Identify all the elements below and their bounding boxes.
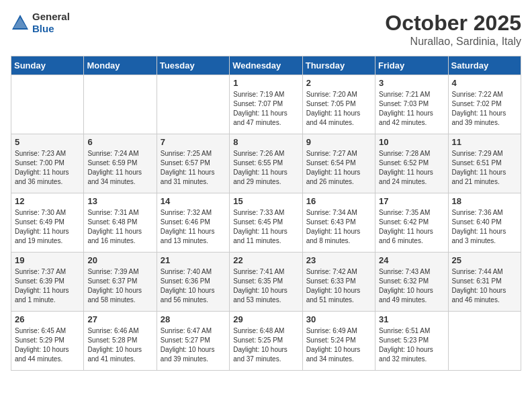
day-number: 13 <box>87 196 152 206</box>
title-section: October 2025 Nurallao, Sardinia, Italy <box>385 11 521 48</box>
calendar-week-row: 5Sunrise: 7:23 AM Sunset: 7:00 PM Daylig… <box>11 134 521 193</box>
day-info: Sunrise: 6:48 AM Sunset: 5:25 PM Dayligh… <box>233 326 298 364</box>
day-number: 26 <box>15 314 80 324</box>
calendar-day-15: 15Sunrise: 7:33 AM Sunset: 6:45 PM Dayli… <box>230 193 302 253</box>
day-number: 25 <box>452 255 517 265</box>
calendar-day-22: 22Sunrise: 7:41 AM Sunset: 6:35 PM Dayli… <box>230 253 302 312</box>
calendar-day-16: 16Sunrise: 7:34 AM Sunset: 6:43 PM Dayli… <box>302 193 375 253</box>
calendar-empty-cell <box>448 312 521 371</box>
calendar-day-11: 11Sunrise: 7:29 AM Sunset: 6:51 PM Dayli… <box>448 134 521 193</box>
calendar-day-18: 18Sunrise: 7:36 AM Sunset: 6:40 PM Dayli… <box>448 193 521 253</box>
day-info: Sunrise: 7:21 AM Sunset: 7:03 PM Dayligh… <box>379 90 444 128</box>
day-info: Sunrise: 7:19 AM Sunset: 7:07 PM Dayligh… <box>233 90 298 128</box>
weekday-header-tuesday: Tuesday <box>157 56 229 75</box>
calendar-empty-cell <box>84 75 157 134</box>
day-info: Sunrise: 7:24 AM Sunset: 6:59 PM Dayligh… <box>87 149 152 187</box>
day-info: Sunrise: 7:23 AM Sunset: 7:00 PM Dayligh… <box>15 149 80 187</box>
day-number: 16 <box>306 196 371 206</box>
calendar-day-31: 31Sunrise: 6:51 AM Sunset: 5:23 PM Dayli… <box>375 312 448 371</box>
location-title: Nurallao, Sardinia, Italy <box>385 36 521 48</box>
calendar-day-9: 9Sunrise: 7:27 AM Sunset: 6:54 PM Daylig… <box>302 134 375 193</box>
calendar-day-14: 14Sunrise: 7:32 AM Sunset: 6:46 PM Dayli… <box>157 193 229 253</box>
day-info: Sunrise: 7:20 AM Sunset: 7:05 PM Dayligh… <box>306 90 371 128</box>
day-number: 9 <box>306 137 371 147</box>
day-number: 10 <box>379 137 444 147</box>
calendar-day-26: 26Sunrise: 6:45 AM Sunset: 5:29 PM Dayli… <box>11 312 84 371</box>
day-number: 2 <box>306 78 371 88</box>
day-info: Sunrise: 7:25 AM Sunset: 6:57 PM Dayligh… <box>161 149 226 187</box>
logo-general-text: General <box>32 11 70 23</box>
day-number: 24 <box>379 255 444 265</box>
calendar-day-29: 29Sunrise: 6:48 AM Sunset: 5:25 PM Dayli… <box>230 312 302 371</box>
day-number: 29 <box>233 314 298 324</box>
calendar-day-19: 19Sunrise: 7:37 AM Sunset: 6:39 PM Dayli… <box>11 253 84 312</box>
page-header: General Blue October 2025 Nurallao, Sard… <box>11 11 521 48</box>
day-info: Sunrise: 7:41 AM Sunset: 6:35 PM Dayligh… <box>233 267 298 305</box>
day-number: 14 <box>161 196 226 206</box>
calendar-day-10: 10Sunrise: 7:28 AM Sunset: 6:52 PM Dayli… <box>375 134 448 193</box>
day-info: Sunrise: 7:27 AM Sunset: 6:54 PM Dayligh… <box>306 149 371 187</box>
day-number: 11 <box>452 137 517 147</box>
day-info: Sunrise: 7:40 AM Sunset: 6:36 PM Dayligh… <box>161 267 226 305</box>
calendar-empty-cell <box>157 75 229 134</box>
day-number: 18 <box>452 196 517 206</box>
day-info: Sunrise: 7:37 AM Sunset: 6:39 PM Dayligh… <box>15 267 80 305</box>
day-info: Sunrise: 7:29 AM Sunset: 6:51 PM Dayligh… <box>452 149 517 187</box>
svg-marker-1 <box>13 17 27 28</box>
calendar-day-4: 4Sunrise: 7:22 AM Sunset: 7:02 PM Daylig… <box>448 75 521 134</box>
day-number: 28 <box>161 314 226 324</box>
day-info: Sunrise: 7:34 AM Sunset: 6:43 PM Dayligh… <box>306 208 371 246</box>
day-number: 20 <box>87 255 152 265</box>
logo-text: General Blue <box>32 11 70 35</box>
day-number: 4 <box>452 78 517 88</box>
calendar-day-21: 21Sunrise: 7:40 AM Sunset: 6:36 PM Dayli… <box>157 253 229 312</box>
day-number: 17 <box>379 196 444 206</box>
calendar-day-6: 6Sunrise: 7:24 AM Sunset: 6:59 PM Daylig… <box>84 134 157 193</box>
day-number: 12 <box>15 196 80 206</box>
weekday-header-friday: Friday <box>375 56 448 75</box>
day-info: Sunrise: 7:43 AM Sunset: 6:32 PM Dayligh… <box>379 267 444 305</box>
day-info: Sunrise: 6:45 AM Sunset: 5:29 PM Dayligh… <box>15 326 80 364</box>
day-number: 19 <box>15 255 80 265</box>
day-number: 30 <box>306 314 371 324</box>
calendar-day-5: 5Sunrise: 7:23 AM Sunset: 7:00 PM Daylig… <box>11 134 84 193</box>
calendar-day-7: 7Sunrise: 7:25 AM Sunset: 6:57 PM Daylig… <box>157 134 229 193</box>
day-info: Sunrise: 7:28 AM Sunset: 6:52 PM Dayligh… <box>379 149 444 187</box>
day-number: 22 <box>233 255 298 265</box>
logo-icon <box>11 13 30 32</box>
day-info: Sunrise: 7:31 AM Sunset: 6:48 PM Dayligh… <box>87 208 152 246</box>
day-info: Sunrise: 6:51 AM Sunset: 5:23 PM Dayligh… <box>379 326 444 364</box>
calendar-day-3: 3Sunrise: 7:21 AM Sunset: 7:03 PM Daylig… <box>375 75 448 134</box>
logo-blue-text: Blue <box>32 23 70 35</box>
calendar-day-17: 17Sunrise: 7:35 AM Sunset: 6:42 PM Dayli… <box>375 193 448 253</box>
day-info: Sunrise: 6:47 AM Sunset: 5:27 PM Dayligh… <box>161 326 226 364</box>
calendar-week-row: 12Sunrise: 7:30 AM Sunset: 6:49 PM Dayli… <box>11 193 521 253</box>
day-info: Sunrise: 6:49 AM Sunset: 5:24 PM Dayligh… <box>306 326 371 364</box>
day-info: Sunrise: 7:42 AM Sunset: 6:33 PM Dayligh… <box>306 267 371 305</box>
day-info: Sunrise: 7:39 AM Sunset: 6:37 PM Dayligh… <box>87 267 152 305</box>
day-number: 6 <box>87 137 152 147</box>
day-number: 21 <box>161 255 226 265</box>
day-info: Sunrise: 7:22 AM Sunset: 7:02 PM Dayligh… <box>452 90 517 128</box>
day-number: 27 <box>87 314 152 324</box>
day-info: Sunrise: 7:32 AM Sunset: 6:46 PM Dayligh… <box>161 208 226 246</box>
weekday-header-sunday: Sunday <box>11 56 84 75</box>
calendar-week-row: 26Sunrise: 6:45 AM Sunset: 5:29 PM Dayli… <box>11 312 521 371</box>
calendar-day-8: 8Sunrise: 7:26 AM Sunset: 6:55 PM Daylig… <box>230 134 302 193</box>
calendar-day-2: 2Sunrise: 7:20 AM Sunset: 7:05 PM Daylig… <box>302 75 375 134</box>
calendar-day-25: 25Sunrise: 7:44 AM Sunset: 6:31 PM Dayli… <box>448 253 521 312</box>
calendar-day-28: 28Sunrise: 6:47 AM Sunset: 5:27 PM Dayli… <box>157 312 229 371</box>
calendar-empty-cell <box>11 75 84 134</box>
calendar-day-12: 12Sunrise: 7:30 AM Sunset: 6:49 PM Dayli… <box>11 193 84 253</box>
day-info: Sunrise: 7:30 AM Sunset: 6:49 PM Dayligh… <box>15 208 80 246</box>
day-number: 3 <box>379 78 444 88</box>
calendar-day-13: 13Sunrise: 7:31 AM Sunset: 6:48 PM Dayli… <box>84 193 157 253</box>
weekday-header-saturday: Saturday <box>448 56 521 75</box>
calendar-day-30: 30Sunrise: 6:49 AM Sunset: 5:24 PM Dayli… <box>302 312 375 371</box>
month-title: October 2025 <box>385 11 521 36</box>
calendar-week-row: 19Sunrise: 7:37 AM Sunset: 6:39 PM Dayli… <box>11 253 521 312</box>
day-number: 5 <box>15 137 80 147</box>
day-number: 31 <box>379 314 444 324</box>
day-number: 7 <box>161 137 226 147</box>
day-info: Sunrise: 6:46 AM Sunset: 5:28 PM Dayligh… <box>87 326 152 364</box>
